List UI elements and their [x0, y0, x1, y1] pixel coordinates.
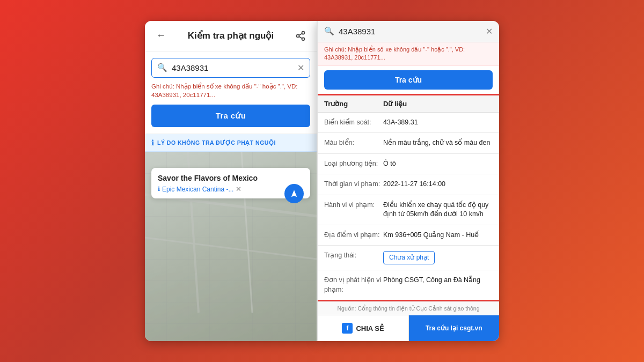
chiase-button[interactable]: f CHIA SẺ — [318, 315, 409, 341]
info-icon: ℹ — [151, 138, 154, 147]
field-label: Địa điểm vi phạm: — [324, 231, 383, 240]
svg-point-1 — [297, 34, 299, 37]
navigate-button[interactable] — [284, 184, 304, 203]
back-button[interactable]: ← — [153, 28, 169, 43]
phones-container: ← Kiểm tra phạt nguội 🔍 43A38931 ✕ Ghi c… — [145, 21, 499, 341]
field-value: Km 936+005 Quảng Nam - Huế — [383, 231, 493, 240]
page-title: Kiểm tra phạt nguội — [169, 30, 293, 41]
field-label: Hành vi vi phạm: — [324, 201, 383, 210]
share-button[interactable] — [293, 28, 308, 43]
field-label: Trạng thái: — [324, 251, 383, 261]
bottom-actions: f CHIA SẺ Tra cứu lại csgt.vn — [318, 315, 499, 341]
field-value: Ô tô — [383, 159, 493, 169]
phone-right: 🔍 43A38931 ✕ Ghi chú: Nhập biển số xe kh… — [317, 21, 499, 341]
right-note: Ghi chú: Nhập biển số xe không dấu "-" h… — [318, 42, 499, 66]
search-note: Ghi chú: Nhập biển số xe không dấu "-" h… — [151, 82, 310, 99]
right-search-bar: 🔍 43A38931 ✕ — [318, 21, 499, 42]
info-small-icon: ℹ — [158, 186, 160, 193]
phone-left: ← Kiểm tra phạt nguội 🔍 43A38931 ✕ Ghi c… — [145, 21, 317, 341]
field-value: Phòng CSGT, Công an Đà Nẵng — [383, 276, 493, 285]
source-note: Nguồn: Cổng thông tin điện tử Cục Cảnh s… — [318, 301, 499, 315]
ly-do-text: LÝ DO KHÔNG TRA ĐƯỢC PHẠT NGUỘI — [157, 139, 276, 146]
table-row: Thời gian vi phạm: 2022-11-27 16:14:00 — [318, 174, 499, 195]
field-label: Loại phương tiện: — [324, 159, 383, 169]
ly-do-section: ℹ LÝ DO KHÔNG TRA ĐƯỢC PHẠT NGUỘI — [145, 134, 317, 152]
map-card: Savor the Flavors of Mexico ℹ Epic Mexic… — [151, 168, 310, 198]
right-search-icon: 🔍 — [324, 26, 334, 36]
field-value: Nền màu trắng, chữ và số màu đen — [383, 138, 493, 148]
col-truong-header: Trường — [324, 100, 383, 108]
field-label: Thời gian vi phạm: — [324, 180, 383, 189]
search-section: 🔍 43A38931 ✕ Ghi chú: Nhập biển số xe kh… — [145, 51, 317, 134]
navigate-icon — [290, 189, 298, 198]
table-row: Hành vi vi phạm: Điều khiển xe chạy quá … — [318, 195, 499, 225]
chiase-label: CHIA SẺ — [356, 324, 384, 333]
field-value: 43A-389.31 — [383, 118, 493, 128]
table-row: Biển kiểm soát: 43A-389.31 — [318, 113, 499, 134]
card-close-icon[interactable]: ✕ — [236, 185, 241, 193]
map-card-subtitle: ℹ Epic Mexican Cantina -... ✕ — [158, 185, 304, 193]
status-field-value: Chưa xử phạt — [383, 251, 493, 264]
table-row: Đơn vị phát hiện vi phạm: Phòng CSGT, Cô… — [318, 270, 499, 300]
field-value: Điều khiển xe chạy quá tốc độ quy định t… — [383, 201, 493, 219]
map-card-title: Savor the Flavors of Mexico — [158, 173, 304, 183]
table-row: Địa điểm vi phạm: Km 936+005 Quảng Nam -… — [318, 225, 499, 246]
facebook-icon: f — [342, 323, 353, 334]
table-row: Loại phương tiện: Ô tô — [318, 154, 499, 175]
map-background: Savor the Flavors of Mexico ℹ Epic Mexic… — [145, 152, 317, 341]
field-value: 2022-11-27 16:14:00 — [383, 180, 493, 189]
left-header: ← Kiểm tra phạt nguội — [145, 21, 317, 51]
field-label: Biển kiểm soát: — [324, 118, 383, 128]
svg-point-2 — [302, 38, 305, 40]
map-card-content: Savor the Flavors of Mexico ℹ Epic Mexic… — [158, 173, 304, 193]
right-tracuu-button[interactable]: Tra cứu — [324, 70, 493, 90]
share-icon — [295, 31, 306, 41]
search-icon: 🔍 — [157, 63, 167, 72]
tracuu-csgt-button[interactable]: Tra cứu lại csgt.vn — [409, 315, 500, 341]
right-search-input[interactable]: 43A38931 — [339, 27, 481, 36]
table-row: Trạng thái: Chưa xử phạt — [318, 246, 499, 270]
search-box[interactable]: 🔍 43A38931 ✕ — [151, 58, 310, 78]
right-clear-button[interactable]: ✕ — [486, 26, 493, 36]
svg-line-4 — [299, 33, 302, 35]
status-badge: Chưa xử phạt — [383, 251, 435, 264]
data-table: Trường Dữ liệu Biển kiểm soát: 43A-389.3… — [318, 94, 499, 301]
tracuu-button[interactable]: Tra cứu — [151, 105, 310, 127]
clear-button[interactable]: ✕ — [297, 63, 304, 73]
search-input[interactable]: 43A38931 — [172, 63, 297, 72]
field-label: Màu biển: — [324, 138, 383, 148]
col-dulieu-header: Dữ liệu — [383, 100, 493, 108]
svg-point-0 — [302, 32, 305, 34]
field-label: Đơn vị phát hiện vi phạm: — [324, 276, 383, 294]
svg-line-3 — [299, 36, 302, 38]
table-header: Trường Dữ liệu — [318, 95, 499, 113]
table-row: Màu biển: Nền màu trắng, chữ và số màu đ… — [318, 133, 499, 154]
map-area: Savor the Flavors of Mexico ℹ Epic Mexic… — [145, 152, 317, 341]
